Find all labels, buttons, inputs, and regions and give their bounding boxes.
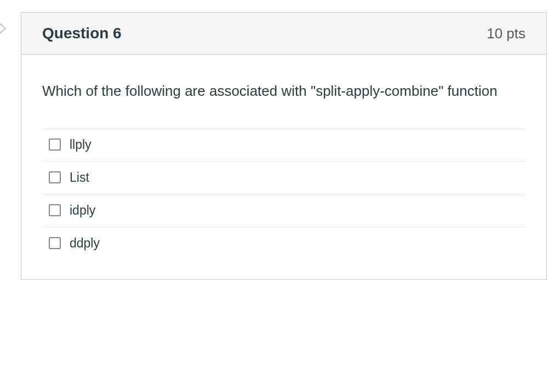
options-list: llply List idply ddply [42, 128, 525, 260]
question-points: 10 pts [487, 25, 525, 42]
checkbox-icon[interactable] [49, 204, 61, 216]
question-title: Question 6 [42, 25, 122, 42]
question-card: Question 6 10 pts Which of the following… [21, 12, 547, 280]
option-label: llply [70, 137, 92, 152]
option-row[interactable]: llply [42, 128, 525, 161]
option-row[interactable]: ddply [42, 227, 525, 260]
checkbox-icon[interactable] [49, 139, 61, 151]
checkbox-icon[interactable] [49, 171, 61, 183]
option-row[interactable]: List [42, 161, 525, 194]
question-text: Which of the following are associated wi… [42, 81, 525, 102]
question-body: Which of the following are associated wi… [21, 55, 546, 279]
nav-arrow-icon [0, 22, 9, 35]
option-label: ddply [70, 236, 100, 251]
question-header: Question 6 10 pts [21, 13, 546, 55]
option-label: idply [70, 203, 95, 218]
option-label: List [70, 170, 89, 185]
option-row[interactable]: idply [42, 194, 525, 227]
checkbox-icon[interactable] [49, 237, 61, 249]
